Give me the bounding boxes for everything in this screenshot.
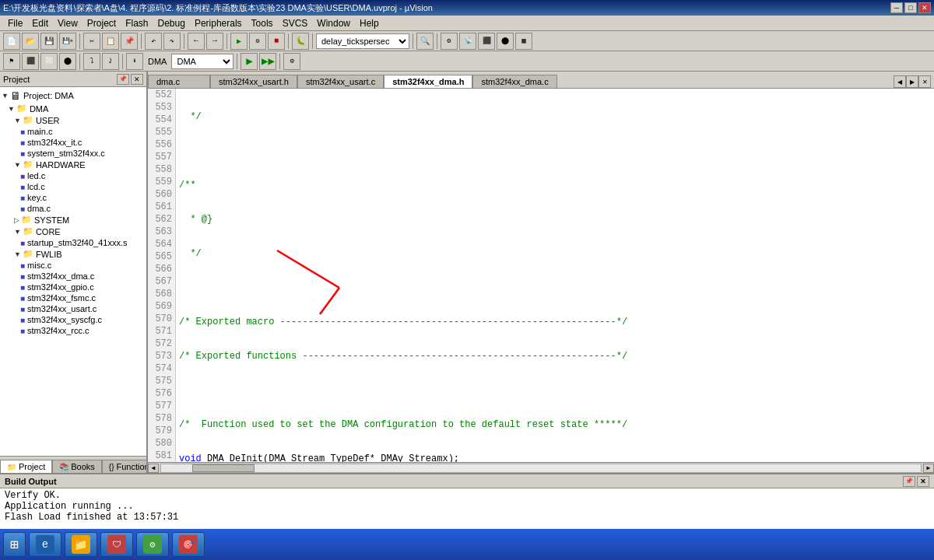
menu-tools[interactable]: Tools — [247, 16, 278, 30]
run2-btn[interactable]: ▶▶ — [259, 53, 276, 70]
extra3-btn[interactable]: ⬛ — [478, 33, 495, 50]
tree-lcd-c[interactable]: ■ lcd.c — [2, 181, 145, 192]
ed-tab-dma-fw-c[interactable]: stm32f4xx_dma.c — [472, 75, 557, 88]
hscroll-thumb[interactable] — [192, 464, 255, 472]
code-area[interactable]: */ /** * @} */ /* Exported macro -------… — [176, 89, 934, 462]
open-btn[interactable]: 📂 — [22, 33, 39, 50]
build-btn[interactable]: ▶ — [230, 33, 248, 50]
tree-it-c[interactable]: ■ stm32f4xx_it.c — [2, 137, 145, 148]
tb2-4[interactable]: ⬤ — [59, 53, 76, 70]
stop-btn[interactable]: ■ — [268, 33, 285, 50]
build-close-btn[interactable]: ✕ — [917, 476, 929, 487]
taskbar-app3[interactable]: 🎯 — [172, 532, 205, 557]
hscroll-track[interactable] — [160, 464, 922, 473]
menu-edit[interactable]: Edit — [27, 16, 53, 30]
project-pin-btn[interactable]: 📌 — [117, 74, 129, 85]
hscroll-left[interactable]: ◀ — [148, 464, 159, 473]
taskbar-app1[interactable]: 🛡 — [100, 532, 133, 557]
tree-core[interactable]: ▼ 📁 CORE — [2, 226, 145, 237]
extra4-btn[interactable]: ⬤ — [497, 33, 514, 50]
step-over-btn[interactable]: ⤸ — [102, 53, 119, 70]
tree-misc-c[interactable]: ■ misc.c — [2, 260, 145, 271]
editor-scroll-left[interactable]: ◀ — [894, 75, 906, 88]
nav-back-btn[interactable]: ← — [188, 33, 205, 50]
minimize-button[interactable]: ─ — [890, 2, 903, 13]
tree-system[interactable]: ▷ 📁 SYSTEM — [2, 214, 145, 226]
tree-syscfg-c[interactable]: ■ stm32f4xx_syscfg.c — [2, 314, 145, 325]
step-into-btn[interactable]: ⤵ — [83, 53, 100, 70]
tree-root[interactable]: ▼ 🖥 Project: DMA — [2, 89, 145, 103]
extra5-btn[interactable]: ▦ — [515, 33, 532, 50]
tree-user-label: USER — [36, 116, 60, 125]
tree-fsmc-c[interactable]: ■ stm32f4xx_fsmc.c — [2, 292, 145, 303]
taskbar-app2[interactable]: ⚙ — [136, 532, 169, 557]
tab-books[interactable]: 📚 Books — [52, 460, 102, 473]
new-btn[interactable]: 📄 — [3, 33, 20, 50]
tree-led-c[interactable]: ■ led.c — [2, 170, 145, 181]
tb2-3[interactable]: ⬜ — [40, 53, 58, 70]
editor-content[interactable]: 552 553 554 555 556 557 558 559 560 561 … — [148, 89, 934, 462]
save-btn[interactable]: 💾 — [40, 33, 58, 50]
menu-svcs[interactable]: SVCS — [278, 16, 313, 30]
find-btn[interactable]: 🔍 — [416, 33, 434, 50]
cut-btn[interactable]: ✂ — [83, 33, 100, 50]
tree-key-c[interactable]: ■ key.c — [2, 192, 145, 203]
hscroll-right[interactable]: ▶ — [923, 464, 934, 473]
tree-hardware[interactable]: ▼ 📁 HARDWARE — [2, 159, 145, 170]
tree-usart-fw-c[interactable]: ■ stm32f4xx_usart.c — [2, 303, 145, 314]
tree-sys-c[interactable]: ■ system_stm32f4xx.c — [2, 148, 145, 159]
close-button[interactable]: ✕ — [918, 2, 931, 13]
tree-gpio-c[interactable]: ■ stm32f4xx_gpio.c — [2, 282, 145, 292]
tree-dma-c[interactable]: ■ dma.c — [2, 203, 145, 214]
load-btn[interactable]: ⬇ — [126, 53, 143, 70]
editor-scroll-right[interactable]: ▶ — [906, 75, 918, 88]
extra2-btn[interactable]: 📡 — [459, 33, 476, 50]
tree-dma-fw-c[interactable]: ■ stm32f4xx_dma.c — [2, 271, 145, 282]
target-dropdown[interactable]: delay_tickspersec — [316, 33, 409, 49]
undo-btn[interactable]: ↶ — [145, 33, 162, 50]
extra-tb2-1[interactable]: ⚙ — [283, 53, 300, 70]
ed-tab-dma-h[interactable]: stm32f4xx_dma.h — [384, 75, 472, 88]
taskbar-explorer[interactable]: 📁 — [65, 532, 97, 557]
menu-flash[interactable]: Flash — [121, 16, 153, 30]
menu-debug[interactable]: Debug — [153, 16, 190, 30]
tab-functions[interactable]: {} Functions — [102, 460, 148, 473]
tree-rcc-c[interactable]: ■ stm32f4xx_rcc.c — [2, 325, 145, 336]
rebuild-btn[interactable]: ⚙ — [249, 33, 266, 50]
nav-fwd-btn[interactable]: → — [206, 33, 223, 50]
tree-user[interactable]: ▼ 📁 USER — [2, 114, 145, 126]
menu-project[interactable]: Project — [83, 16, 121, 30]
run-btn[interactable]: ▶ — [241, 53, 258, 70]
toolbar1: 📄 📂 💾 💾+ ✂ 📋 📌 ↶ ↷ ← → ▶ ⚙ ■ 🐛 delay_tic… — [0, 31, 934, 51]
tree-fwlib[interactable]: ▼ 📁 FWLIB — [2, 248, 145, 260]
tree-dma[interactable]: ▼ 📁 DMA — [2, 103, 145, 114]
menu-help[interactable]: Help — [355, 16, 384, 30]
taskbar-ie[interactable]: e — [29, 532, 61, 557]
extra1-btn[interactable]: ⚙ — [441, 33, 458, 50]
tree-main-c[interactable]: ■ main.c — [2, 126, 145, 137]
editor-close-btn[interactable]: ✕ — [918, 75, 931, 88]
ed-tab-usart-h[interactable]: stm32f4xx_usart.h — [210, 75, 297, 88]
debug-btn[interactable]: 🐛 — [292, 33, 309, 50]
redo-btn[interactable]: ↷ — [163, 33, 181, 50]
ed-tab-dma-c[interactable]: dma.c — [148, 75, 210, 88]
build-pin-btn[interactable]: 📌 — [903, 476, 915, 487]
tab-project[interactable]: 📁 Project — [0, 460, 52, 473]
start-button[interactable]: ⊞ — [3, 532, 26, 557]
paste-btn[interactable]: 📌 — [121, 33, 138, 50]
menu-window[interactable]: Window — [312, 16, 355, 30]
tb2-1[interactable]: ⚑ — [3, 53, 20, 70]
project-tree: ▼ 🖥 Project: DMA ▼ 📁 DMA ▼ 📁 USER ■ main… — [0, 87, 146, 456]
menu-view[interactable]: View — [53, 16, 83, 30]
build-line-2: Application running ... — [5, 501, 929, 512]
tree-startup-s[interactable]: ■ startup_stm32f40_41xxx.s — [2, 237, 145, 248]
ed-tab-usart-c[interactable]: stm32f4xx_usart.c — [297, 75, 384, 88]
copy-btn[interactable]: 📋 — [102, 33, 119, 50]
maximize-button[interactable]: □ — [904, 2, 917, 13]
tb2-2[interactable]: ⬛ — [22, 53, 39, 70]
project-close-btn[interactable]: ✕ — [131, 74, 143, 85]
menu-peripherals[interactable]: Peripherals — [190, 16, 247, 30]
menu-file[interactable]: File — [3, 16, 27, 30]
save-all-btn[interactable]: 💾+ — [59, 33, 76, 50]
search-dropdown[interactable]: DMA — [171, 54, 234, 69]
